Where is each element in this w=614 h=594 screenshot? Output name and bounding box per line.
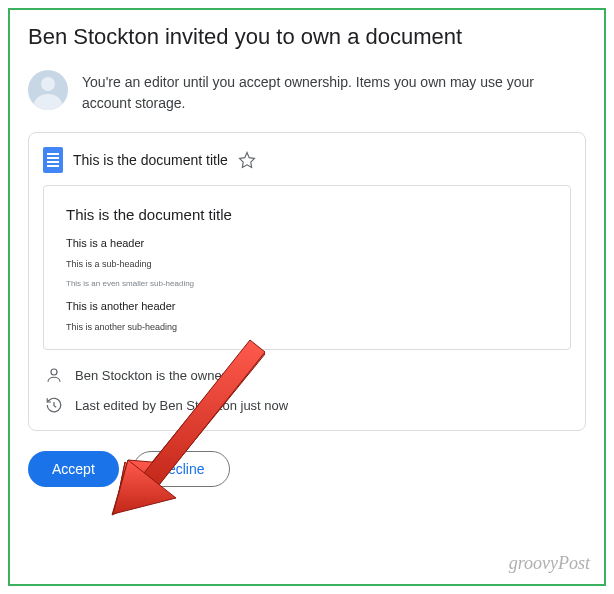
info-row: You're an editor until you accept owners… bbox=[28, 70, 586, 114]
info-text: You're an editor until you accept owners… bbox=[82, 70, 586, 114]
preview-header: This is a header bbox=[66, 237, 548, 249]
edited-row: Last edited by Ben Stockton just now bbox=[43, 390, 571, 420]
decline-button[interactable]: Decline bbox=[133, 451, 230, 487]
avatar bbox=[28, 70, 68, 110]
document-title: This is the document title bbox=[73, 152, 228, 168]
edited-text: Last edited by Ben Stockton just now bbox=[75, 398, 288, 413]
watermark: groovyPost bbox=[509, 553, 590, 574]
document-card: This is the document title This is the d… bbox=[28, 132, 586, 431]
person-icon bbox=[45, 366, 63, 384]
page-title: Ben Stockton invited you to own a docume… bbox=[28, 24, 586, 50]
owner-text: Ben Stockton is the owner bbox=[75, 368, 226, 383]
accept-button[interactable]: Accept bbox=[28, 451, 119, 487]
preview-subheading: This is another sub-heading bbox=[66, 322, 548, 332]
owner-row: Ben Stockton is the owner bbox=[43, 360, 571, 390]
preview-header: This is another header bbox=[66, 300, 548, 312]
preview-subheading: This is a sub-heading bbox=[66, 259, 548, 269]
document-header: This is the document title bbox=[43, 147, 571, 173]
star-icon[interactable] bbox=[238, 151, 256, 169]
button-row: Accept Decline bbox=[28, 451, 586, 487]
document-preview: This is the document title This is a hea… bbox=[43, 185, 571, 350]
preview-subheading-small: This is an even smaller sub-heading bbox=[66, 279, 548, 288]
docs-icon bbox=[43, 147, 63, 173]
svg-point-0 bbox=[51, 369, 57, 375]
preview-title: This is the document title bbox=[66, 206, 548, 223]
history-icon bbox=[45, 396, 63, 414]
